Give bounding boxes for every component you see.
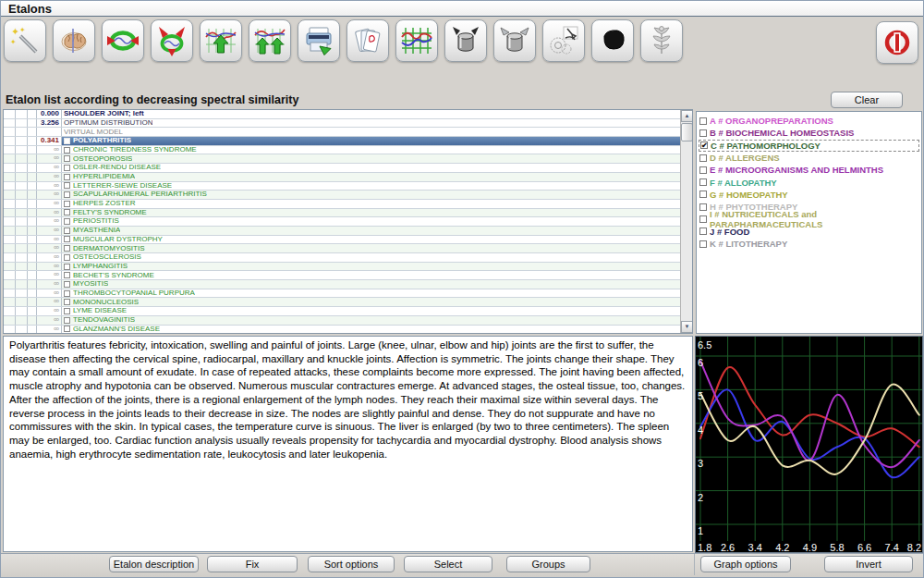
etalon-name-cell[interactable]: OSTEOSCLEROSIS xyxy=(62,253,680,262)
scroll-down-icon[interactable]: ▼ xyxy=(681,321,693,333)
graph-options-button[interactable]: Graph options xyxy=(700,556,791,572)
list-row[interactable]: ∞OSTEOPOROSIS xyxy=(4,154,680,164)
toolbar-button-plant[interactable] xyxy=(640,19,683,62)
list-row[interactable]: ∞MYASTHENIA xyxy=(4,227,680,236)
etalon-name-cell[interactable]: BECHET'S SYNDROME xyxy=(62,271,680,279)
list-row[interactable]: ∞THROMBOCYTOPANIAL PURPURA xyxy=(4,289,680,299)
category-checkbox[interactable] xyxy=(699,240,707,248)
list-row[interactable]: ∞OSTEOSCLEROSIS xyxy=(4,253,680,263)
invert-button[interactable]: Invert xyxy=(824,556,913,572)
toolbar-button-ring-arrows[interactable] xyxy=(102,19,144,62)
etalon-name-cell[interactable]: MYOSITIS xyxy=(62,280,680,289)
category-checkbox[interactable] xyxy=(699,228,707,235)
category-item[interactable]: B # BIOCHEMICAL HOMEOSTASIS xyxy=(699,127,919,139)
category-checkbox[interactable] xyxy=(699,154,707,162)
groups-button[interactable]: Groups xyxy=(506,556,590,572)
etalon-name-cell[interactable]: DERMATOMYOSITIS xyxy=(62,244,680,252)
etalon-checkbox[interactable] xyxy=(64,174,70,180)
toolbar-button-printer[interactable] xyxy=(298,19,340,62)
list-row[interactable]: ∞GLANZMANN'S DISEASE xyxy=(4,326,680,334)
etalon-checkbox[interactable] xyxy=(64,218,70,225)
list-row[interactable]: ∞LETTERER-SIEWE DISEASE xyxy=(4,182,680,191)
list-scrollbar[interactable]: ▲ ▼ xyxy=(680,110,692,333)
etalon-checkbox[interactable] xyxy=(64,201,70,207)
etalon-name-cell[interactable]: SCAPULARHUMERAL PERIARTHRITIS xyxy=(62,191,680,199)
category-checkbox[interactable] xyxy=(699,203,707,211)
list-row[interactable]: ∞LYME DISEASE xyxy=(4,307,680,316)
etalon-name-cell[interactable]: FELTY'S SYNDROME xyxy=(62,209,680,217)
list-row[interactable]: ∞SCAPULARHUMERAL PERIARTHRITIS xyxy=(4,191,680,200)
list-row[interactable]: ∞MONONUCLEOSIS xyxy=(4,298,680,307)
category-checkbox[interactable] xyxy=(699,215,707,223)
category-item[interactable]: E # MICROORGANISMS AND HELMINTHS xyxy=(699,164,919,176)
toolbar-button-multi-graph[interactable] xyxy=(395,19,438,62)
etalon-checkbox[interactable] xyxy=(64,209,70,215)
toolbar-button-container-out[interactable] xyxy=(493,19,536,62)
sort-options-button[interactable]: Sort options xyxy=(308,556,395,572)
etalon-checkbox[interactable] xyxy=(64,236,70,242)
scroll-thumb[interactable] xyxy=(681,123,693,141)
etalon-checkbox[interactable] xyxy=(64,138,70,144)
category-checkbox[interactable] xyxy=(699,178,707,186)
category-checkbox[interactable] xyxy=(699,191,707,198)
etalon-checkbox[interactable] xyxy=(64,264,70,270)
etalon-checkbox[interactable] xyxy=(64,147,70,154)
list-row[interactable]: ∞CHRONIC TIREDNESS SYNDROME xyxy=(4,146,680,155)
list-row[interactable]: ∞LYMPHANGITIS xyxy=(4,263,680,272)
etalon-checkbox[interactable] xyxy=(64,317,70,324)
etalon-checkbox[interactable] xyxy=(64,254,70,261)
list-row[interactable]: ∞OSLER-RENDU DISEASE xyxy=(4,164,680,173)
etalon-name-cell[interactable]: MYASTHENIA xyxy=(62,227,680,235)
list-row[interactable]: ∞MUSCULAR DYSTROPHY xyxy=(4,236,680,245)
category-item[interactable]: I # NUTRICEUTICALS and PARAPHARMACEUTICA… xyxy=(699,213,919,225)
etalon-checkbox[interactable] xyxy=(64,191,70,198)
toolbar-button-container-in[interactable] xyxy=(444,19,487,62)
etalon-description-button[interactable]: Etalon description xyxy=(109,556,199,572)
list-row[interactable]: 0.341POLYARTHRITIS xyxy=(4,137,680,146)
etalon-name-cell[interactable]: TENDOVAGINITIS xyxy=(62,316,680,325)
category-checkbox[interactable] xyxy=(699,117,707,125)
fix-button[interactable]: Fix xyxy=(207,556,298,572)
list-row[interactable]: ∞BECHET'S SYNDROME xyxy=(4,271,680,280)
etalon-name-cell[interactable]: POLYARTHRITIS xyxy=(62,137,680,145)
etalon-name-cell[interactable]: CHRONIC TIREDNESS SYNDROME xyxy=(62,146,680,154)
toolbar-button-microscope[interactable] xyxy=(542,19,585,62)
etalon-checkbox[interactable] xyxy=(64,155,70,162)
etalon-name-cell[interactable]: HERPES ZOSTER xyxy=(62,200,680,208)
toolbar-button-chart-two-arrows[interactable] xyxy=(249,19,291,62)
clear-button[interactable]: Clear xyxy=(831,92,903,108)
etalon-name-cell[interactable]: PERIOSTITIS xyxy=(62,217,680,226)
category-item[interactable]: A # ORGANOPREPARATIONS xyxy=(699,115,919,127)
select-button[interactable]: Select xyxy=(404,556,492,572)
list-row[interactable]: VIRTUAL MODEL xyxy=(4,128,680,137)
toolbar-button-triangle-arrows[interactable] xyxy=(151,19,193,62)
etalon-checkbox[interactable] xyxy=(64,326,70,332)
etalon-checkbox[interactable] xyxy=(64,245,70,252)
exit-button[interactable] xyxy=(876,21,918,64)
etalon-name-cell[interactable]: THROMBOCYTOPANIAL PURPURA xyxy=(62,289,680,298)
list-row[interactable]: 0.000SHOULDER JOINT; left xyxy=(4,110,680,119)
etalon-checkbox[interactable] xyxy=(64,165,70,171)
list-row[interactable]: ∞DERMATOMYOSITIS xyxy=(4,244,680,253)
etalon-checkbox[interactable] xyxy=(64,228,70,234)
toolbar-button-card-index[interactable] xyxy=(346,19,389,62)
category-item[interactable]: D # ALLERGENS xyxy=(699,152,919,164)
etalon-name-cell[interactable]: OPTIMUM DISTRIBUTION xyxy=(62,119,680,128)
etalon-name-cell[interactable]: LYME DISEASE xyxy=(62,307,680,315)
etalon-name-cell[interactable]: LYMPHANGITIS xyxy=(62,263,680,271)
toolbar-button-brain[interactable] xyxy=(53,19,95,62)
etalon-name-cell[interactable]: VIRTUAL MODEL xyxy=(62,128,680,136)
list-row[interactable]: ∞TENDOVAGINITIS xyxy=(4,316,680,326)
category-item[interactable]: K # LITOTHERAPY xyxy=(699,238,919,250)
category-item[interactable]: ✔C # PATHOMORPHOLOGY xyxy=(699,140,919,152)
toolbar-button-magic-wand[interactable]: ✦✦✦ xyxy=(4,19,46,62)
list-row[interactable]: ∞FELTY'S SYNDROME xyxy=(4,209,680,218)
category-checkbox[interactable]: ✔ xyxy=(700,141,708,149)
etalon-checkbox[interactable] xyxy=(64,272,70,278)
etalon-checkbox[interactable] xyxy=(64,281,70,288)
toolbar-button-chart-arrow[interactable] xyxy=(200,19,242,62)
list-row[interactable]: ∞HYPERLIPIDEMIA xyxy=(4,173,680,182)
category-item[interactable]: F # ALLOPATHY xyxy=(699,176,919,188)
category-checkbox[interactable] xyxy=(699,129,707,137)
list-row[interactable]: ∞MYOSITIS xyxy=(4,280,680,289)
